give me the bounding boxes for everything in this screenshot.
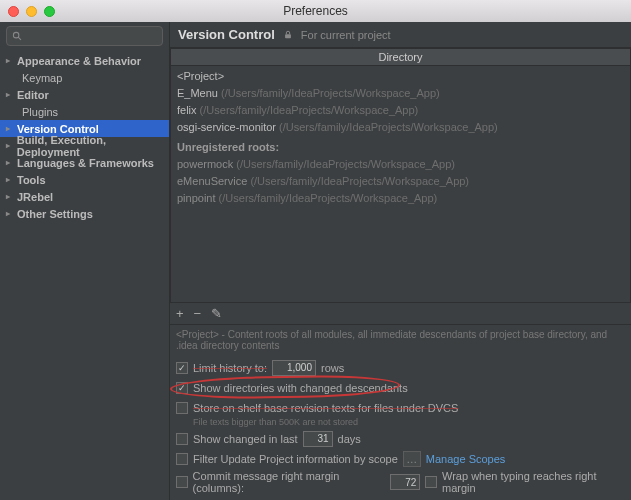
directory-path: (/Users/family/IdeaProjects/Workspace_Ap… xyxy=(218,87,440,99)
chevron-right-icon: ▸ xyxy=(6,209,15,218)
sidebar-item-label: Plugins xyxy=(22,106,58,118)
settings-tree: ▸Appearance & BehaviorKeymap▸EditorPlugi… xyxy=(0,50,169,500)
search-input[interactable] xyxy=(6,26,163,46)
directory-row[interactable]: <Project> xyxy=(171,68,630,85)
directory-name: pinpoint xyxy=(177,192,216,204)
sidebar-item-label: Tools xyxy=(17,174,46,186)
directory-row[interactable]: eMenuService (/Users/family/IdeaProjects… xyxy=(171,173,630,190)
directory-path: (/Users/family/IdeaProjects/Workspace_Ap… xyxy=(197,104,419,116)
vcs-directory-list[interactable]: <Project> E_Menu (/Users/family/IdeaProj… xyxy=(170,66,631,303)
show-changed-checkbox[interactable] xyxy=(176,433,188,445)
sidebar-item-other-settings[interactable]: ▸Other Settings xyxy=(0,205,169,222)
unregistered-heading: Unregistered roots: xyxy=(171,136,630,156)
commit-margin-option: Commit message right margin (columns): W… xyxy=(176,470,625,494)
search-icon xyxy=(12,31,23,42)
sidebar-item-languages-frameworks[interactable]: ▸Languages & Frameworks xyxy=(0,154,169,171)
vcs-options: Limit history to: rows Show directories … xyxy=(170,357,631,500)
panel-title: Version Control xyxy=(178,27,275,42)
sidebar-item-keymap[interactable]: Keymap xyxy=(0,69,169,86)
directory-name: <Project> xyxy=(177,70,224,82)
edit-button[interactable]: ✎ xyxy=(211,306,222,321)
chevron-right-icon: ▸ xyxy=(6,90,15,99)
store-shelf-checkbox[interactable] xyxy=(176,402,188,414)
directory-path: (/Users/family/IdeaProjects/Workspace_Ap… xyxy=(276,121,498,133)
sidebar-item-label: Languages & Frameworks xyxy=(17,157,154,169)
commit-margin-field[interactable] xyxy=(390,474,420,490)
minimize-window-button[interactable] xyxy=(26,6,37,17)
limit-history-checkbox[interactable] xyxy=(176,362,188,374)
filter-scope-option: Filter Update Project information by sco… xyxy=(176,450,625,467)
sidebar-item-label: Editor xyxy=(17,89,49,101)
panel-subtitle: For current project xyxy=(301,29,391,41)
sidebar-item-label: Other Settings xyxy=(17,208,93,220)
window-title: Preferences xyxy=(0,4,631,18)
directory-name: powermock xyxy=(177,158,233,170)
sidebar-item-editor[interactable]: ▸Editor xyxy=(0,86,169,103)
wrap-margin-label: Wrap when typing reaches right margin xyxy=(442,470,625,494)
wrap-margin-checkbox[interactable] xyxy=(425,476,437,488)
show-changed-label-a: Show changed in last xyxy=(193,433,298,445)
lock-icon xyxy=(283,30,293,40)
chevron-right-icon: ▸ xyxy=(6,56,15,65)
limit-history-option: Limit history to: rows xyxy=(176,359,625,376)
scope-picker-button[interactable]: … xyxy=(403,451,421,467)
close-window-button[interactable] xyxy=(8,6,19,17)
directory-name: felix xyxy=(177,104,197,116)
panel-header: Version Control For current project xyxy=(170,22,631,48)
limit-history-field[interactable] xyxy=(272,360,316,376)
preferences-sidebar: ▸Appearance & BehaviorKeymap▸EditorPlugi… xyxy=(0,22,170,500)
manage-scopes-link[interactable]: Manage Scopes xyxy=(426,453,506,465)
sidebar-item-tools[interactable]: ▸Tools xyxy=(0,171,169,188)
limit-history-label-b: rows xyxy=(321,362,344,374)
filter-scope-label: Filter Update Project information by sco… xyxy=(193,453,398,465)
svg-rect-2 xyxy=(285,34,291,38)
directory-row[interactable]: E_Menu (/Users/family/IdeaProjects/Works… xyxy=(171,85,630,102)
svg-line-1 xyxy=(18,37,21,40)
sidebar-item-build-execution-deployment[interactable]: ▸Build, Execution, Deployment xyxy=(0,137,169,154)
project-hint: <Project> - Content roots of all modules… xyxy=(170,325,631,357)
show-directories-option: Show directories with changed descendant… xyxy=(176,379,625,396)
chevron-right-icon: ▸ xyxy=(6,175,15,184)
sidebar-item-plugins[interactable]: Plugins xyxy=(0,103,169,120)
directory-name: E_Menu xyxy=(177,87,218,99)
window-titlebar: Preferences xyxy=(0,0,631,22)
show-changed-label-b: days xyxy=(338,433,361,445)
directory-name: osgi-service-monitor xyxy=(177,121,276,133)
limit-history-label-a: Limit history to: xyxy=(193,362,267,374)
store-shelf-note: File texts bigger than 500K are not stor… xyxy=(193,417,625,427)
sidebar-item-label: Appearance & Behavior xyxy=(17,55,141,67)
directory-row[interactable]: powermock (/Users/family/IdeaProjects/Wo… xyxy=(171,156,630,173)
chevron-right-icon: ▸ xyxy=(6,124,15,133)
show-directories-label: Show directories with changed descendant… xyxy=(193,382,408,394)
directory-row[interactable]: osgi-service-monitor (/Users/family/Idea… xyxy=(171,119,630,136)
chevron-right-icon: ▸ xyxy=(6,141,15,150)
directory-path: (/Users/family/IdeaProjects/Workspace_Ap… xyxy=(247,175,469,187)
settings-main-panel: Version Control For current project Dire… xyxy=(170,22,631,500)
sidebar-item-appearance-behavior[interactable]: ▸Appearance & Behavior xyxy=(0,52,169,69)
store-shelf-option: Store on shelf base revision texts for f… xyxy=(176,399,625,416)
directory-row[interactable]: pinpoint (/Users/family/IdeaProjects/Wor… xyxy=(171,190,630,207)
directory-path: (/Users/family/IdeaProjects/Workspace_Ap… xyxy=(233,158,455,170)
sidebar-item-label: JRebel xyxy=(17,191,53,203)
directory-name: eMenuService xyxy=(177,175,247,187)
add-button[interactable]: + xyxy=(176,306,184,321)
show-directories-checkbox[interactable] xyxy=(176,382,188,394)
store-shelf-label: Store on shelf base revision texts for f… xyxy=(193,402,458,414)
show-changed-field[interactable] xyxy=(303,431,333,447)
sidebar-item-label: Keymap xyxy=(22,72,62,84)
commit-margin-label: Commit message right margin (columns): xyxy=(193,470,386,494)
directory-column-header: Directory xyxy=(170,48,631,66)
filter-scope-checkbox[interactable] xyxy=(176,453,188,465)
list-toolbar: + − ✎ xyxy=(170,303,631,325)
sidebar-item-jrebel[interactable]: ▸JRebel xyxy=(0,188,169,205)
directory-row[interactable]: felix (/Users/family/IdeaProjects/Worksp… xyxy=(171,102,630,119)
svg-point-0 xyxy=(13,32,19,38)
chevron-right-icon: ▸ xyxy=(6,158,15,167)
directory-path: (/Users/family/IdeaProjects/Workspace_Ap… xyxy=(216,192,438,204)
show-changed-option: Show changed in last days xyxy=(176,430,625,447)
sidebar-item-label: Build, Execution, Deployment xyxy=(17,134,169,158)
chevron-right-icon: ▸ xyxy=(6,192,15,201)
zoom-window-button[interactable] xyxy=(44,6,55,17)
commit-margin-checkbox[interactable] xyxy=(176,476,188,488)
remove-button[interactable]: − xyxy=(194,306,202,321)
